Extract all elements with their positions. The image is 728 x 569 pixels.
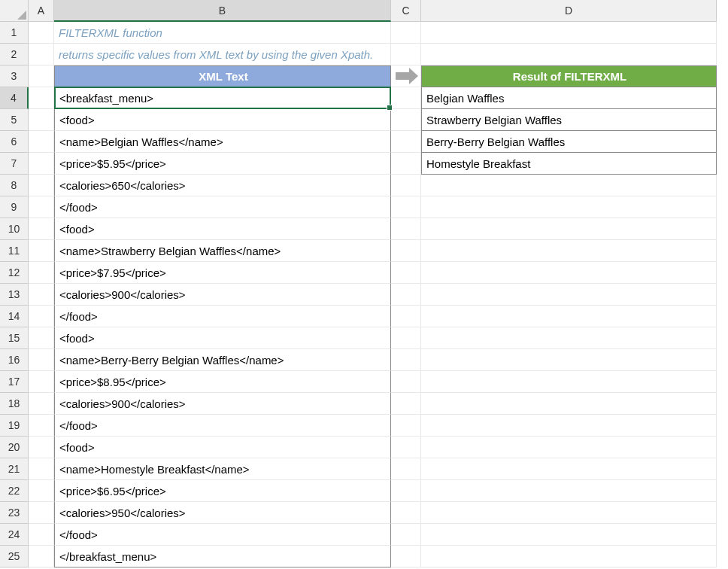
cell-A22[interactable] [29,480,54,502]
cell-A15[interactable] [29,327,54,349]
row-header-5[interactable]: 5 [0,109,29,131]
cell-D25[interactable] [421,546,717,567]
cell-B18[interactable]: <calories>900</calories> [54,393,391,415]
cell-B7[interactable]: <price>$5.95</price> [54,153,391,175]
select-all-corner[interactable] [0,0,29,22]
cell-A6[interactable] [29,131,54,153]
col-header-D[interactable]: D [421,0,717,22]
cell-D18[interactable] [421,393,717,415]
row-header-6[interactable]: 6 [0,131,29,153]
cell-C5[interactable] [391,109,421,131]
row-header-12[interactable]: 12 [0,262,29,284]
row-header-1[interactable]: 1 [0,22,29,44]
cell-C4[interactable] [391,87,421,109]
cell-B21[interactable]: <name>Homestyle Breakfast</name> [54,458,391,480]
cell-C25[interactable] [391,546,421,567]
cell-A20[interactable] [29,437,54,458]
cell-C14[interactable] [391,306,421,327]
row-header-9[interactable]: 9 [0,196,29,218]
cell-D9[interactable] [421,196,717,218]
cell-D12[interactable] [421,262,717,284]
cell-B23[interactable]: <calories>950</calories> [54,502,391,524]
row-header-10[interactable]: 10 [0,218,29,240]
cell-A24[interactable] [29,524,54,546]
col-header-C[interactable]: C [391,0,421,22]
cell-D19[interactable] [421,415,717,437]
cell-D4[interactable]: Belgian Waffles [421,87,717,109]
cell-D8[interactable] [421,175,717,196]
cell-D14[interactable] [421,306,717,327]
cell-A21[interactable] [29,458,54,480]
cell-B14[interactable]: </food> [54,306,391,327]
cell-A23[interactable] [29,502,54,524]
cell-C16[interactable] [391,349,421,371]
cell-C2[interactable] [391,44,421,65]
col-header-B[interactable]: B [54,0,391,22]
cell-D2[interactable] [421,44,717,65]
cell-D10[interactable] [421,218,717,240]
cell-B17[interactable]: <price>$8.95</price> [54,371,391,393]
cell-B24[interactable]: </food> [54,524,391,546]
cell-C1[interactable] [391,22,421,44]
cell-A17[interactable] [29,371,54,393]
cell-D17[interactable] [421,371,717,393]
cell-A7[interactable] [29,153,54,175]
cell-D16[interactable] [421,349,717,371]
row-header-7[interactable]: 7 [0,153,29,175]
cell-B19[interactable]: </food> [54,415,391,437]
cell-B1[interactable]: FILTERXML function [54,22,391,44]
cell-D24[interactable] [421,524,717,546]
col-header-A[interactable]: A [29,0,54,22]
cell-A10[interactable] [29,218,54,240]
cell-C22[interactable] [391,480,421,502]
cell-D15[interactable] [421,327,717,349]
cell-C20[interactable] [391,437,421,458]
cell-D23[interactable] [421,502,717,524]
cell-C3-arrow[interactable] [391,65,421,87]
cell-B9[interactable]: </food> [54,196,391,218]
cell-B16[interactable]: <name>Berry-Berry Belgian Waffles</name> [54,349,391,371]
cell-B13[interactable]: <calories>900</calories> [54,284,391,306]
cell-B4[interactable]: <breakfast_menu> [54,87,391,109]
cell-A5[interactable] [29,109,54,131]
row-header-20[interactable]: 20 [0,437,29,458]
row-header-23[interactable]: 23 [0,502,29,524]
cell-C12[interactable] [391,262,421,284]
cell-D3-result-header[interactable]: Result of FILTERXML [421,65,717,87]
cell-B6[interactable]: <name>Belgian Waffles</name> [54,131,391,153]
cell-C21[interactable] [391,458,421,480]
cell-C18[interactable] [391,393,421,415]
cell-B11[interactable]: <name>Strawberry Belgian Waffles</name> [54,240,391,262]
cell-C15[interactable] [391,327,421,349]
cell-C24[interactable] [391,524,421,546]
row-header-13[interactable]: 13 [0,284,29,306]
cell-A9[interactable] [29,196,54,218]
cell-B5[interactable]: <food> [54,109,391,131]
cell-C11[interactable] [391,240,421,262]
cell-B2[interactable]: returns specific values from XML text by… [54,44,391,65]
cell-B8[interactable]: <calories>650</calories> [54,175,391,196]
cell-C13[interactable] [391,284,421,306]
row-header-11[interactable]: 11 [0,240,29,262]
cell-A3[interactable] [29,65,54,87]
cell-A25[interactable] [29,546,54,567]
cell-C9[interactable] [391,196,421,218]
row-header-21[interactable]: 21 [0,458,29,480]
cell-A2[interactable] [29,44,54,65]
cell-D1[interactable] [421,22,717,44]
row-header-24[interactable]: 24 [0,524,29,546]
cell-A8[interactable] [29,175,54,196]
cell-D21[interactable] [421,458,717,480]
row-header-17[interactable]: 17 [0,371,29,393]
row-header-4[interactable]: 4 [0,87,29,109]
cell-C7[interactable] [391,153,421,175]
cell-D13[interactable] [421,284,717,306]
cell-A11[interactable] [29,240,54,262]
cell-A19[interactable] [29,415,54,437]
cell-B10[interactable]: <food> [54,218,391,240]
cell-C19[interactable] [391,415,421,437]
cell-D11[interactable] [421,240,717,262]
row-header-25[interactable]: 25 [0,546,29,567]
cell-B15[interactable]: <food> [54,327,391,349]
row-header-8[interactable]: 8 [0,175,29,196]
